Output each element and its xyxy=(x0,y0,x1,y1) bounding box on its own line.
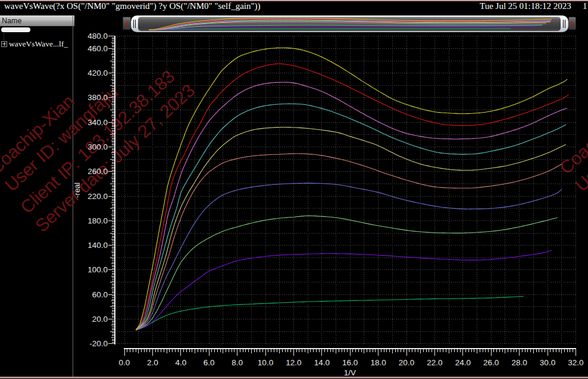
svg-text:10.0: 10.0 xyxy=(258,358,273,367)
svg-text:22.0: 22.0 xyxy=(427,358,442,367)
svg-text:32.0: 32.0 xyxy=(568,358,583,367)
svg-text:30.0: 30.0 xyxy=(540,358,555,367)
svg-text:28.0: 28.0 xyxy=(511,358,527,367)
svg-text:480.0: 480.0 xyxy=(87,32,108,41)
svg-text:14.0: 14.0 xyxy=(314,358,330,367)
svg-text:460.0: 460.0 xyxy=(87,44,108,53)
svg-text:20.0: 20.0 xyxy=(92,315,108,324)
svg-text:260.0: 260.0 xyxy=(87,167,108,176)
svg-text:4.0: 4.0 xyxy=(175,358,186,367)
svg-text:16.0: 16.0 xyxy=(342,358,358,367)
svg-text:220.0: 220.0 xyxy=(87,192,108,201)
svg-text:140.0: 140.0 xyxy=(87,241,108,250)
svg-text:2.0: 2.0 xyxy=(147,358,158,367)
svg-text:24.0: 24.0 xyxy=(455,358,471,367)
svg-text:18.0: 18.0 xyxy=(370,358,386,367)
svg-text:8.0: 8.0 xyxy=(232,358,243,367)
svg-text:20.0: 20.0 xyxy=(399,358,414,367)
svg-text:-20.0: -20.0 xyxy=(89,339,108,348)
svg-text:300.0: 300.0 xyxy=(87,142,108,151)
svg-text:6.0: 6.0 xyxy=(204,358,215,367)
svg-text:-real: -real xyxy=(73,182,82,198)
svg-text:1/V: 1/V xyxy=(344,368,356,377)
svg-text:380.0: 380.0 xyxy=(87,93,108,102)
svg-text:26.0: 26.0 xyxy=(483,358,499,367)
svg-text:12.0: 12.0 xyxy=(286,358,301,367)
svg-text:180.0: 180.0 xyxy=(87,216,108,225)
svg-text:0.0: 0.0 xyxy=(119,358,130,367)
svg-text:340.0: 340.0 xyxy=(87,118,108,127)
svg-text:420.0: 420.0 xyxy=(87,69,108,77)
svg-text:60.0: 60.0 xyxy=(92,290,108,299)
svg-text:100.0: 100.0 xyxy=(87,265,108,274)
